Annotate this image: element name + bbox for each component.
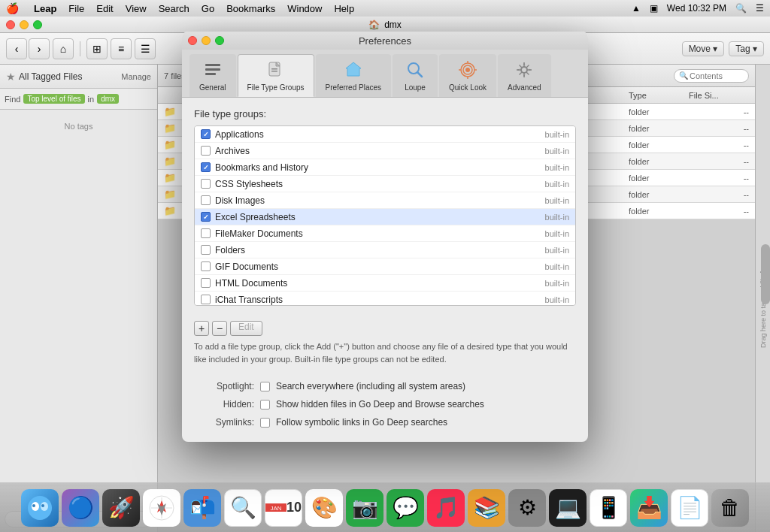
applications-checkbox[interactable]: [201, 129, 211, 139]
menu-edit[interactable]: Edit: [96, 3, 113, 14]
preferred-places-tab-icon: [341, 58, 365, 82]
ichat-checkbox[interactable]: [201, 295, 211, 304]
list-item[interactable]: HTML Documents built-in: [195, 275, 575, 292]
applications-label: Applications: [215, 129, 541, 140]
filemaker-label: FileMaker Documents: [215, 228, 541, 239]
archives-builtin: built-in: [545, 147, 569, 156]
file-type-list[interactable]: Applications built-in Archives built-in …: [194, 125, 576, 306]
menu-go[interactable]: Go: [202, 3, 214, 14]
menu-bookmarks[interactable]: Bookmarks: [226, 3, 275, 14]
loupe-tab-label: Loupe: [405, 83, 426, 92]
minimize-button[interactable]: [202, 36, 211, 45]
spotlight-setting: Spotlight: Search everywhere (including …: [194, 377, 576, 395]
hidden-checkbox[interactable]: [260, 400, 270, 410]
menu-leap[interactable]: Leap: [34, 3, 56, 14]
excel-checkbox[interactable]: [201, 212, 211, 222]
file-type-groups-tab-icon: [264, 58, 288, 82]
list-item[interactable]: Applications built-in: [195, 126, 575, 143]
file-type-groups-tab-label: File Type Groups: [247, 83, 305, 92]
list-item[interactable]: GIF Documents built-in: [195, 258, 575, 275]
menu-bar: 🍎 Leap File Edit View Search Go Bookmark…: [0, 0, 770, 17]
tab-quick-look[interactable]: Quick Look: [439, 54, 496, 97]
symlinks-setting: Symlinks: Follow symbolic links in Go De…: [194, 413, 576, 431]
list-item[interactable]: Bookmarks and History built-in: [195, 159, 575, 176]
html-checkbox[interactable]: [201, 278, 211, 288]
menu-file[interactable]: File: [68, 3, 84, 14]
hidden-label: Hidden:: [194, 399, 254, 410]
menu-help[interactable]: Help: [334, 3, 354, 14]
modal-overlay: Preferences General: [0, 17, 770, 532]
svg-line-7: [417, 72, 422, 77]
modal-titlebar: Preferences: [182, 32, 588, 50]
svg-line-22: [526, 65, 529, 68]
folders-checkbox[interactable]: [201, 245, 211, 255]
tab-file-type-groups[interactable]: File Type Groups: [238, 54, 314, 97]
quick-look-tab-label: Quick Look: [449, 83, 487, 92]
zoom-button[interactable]: [215, 36, 224, 45]
disk-images-checkbox[interactable]: [201, 195, 211, 205]
html-label: HTML Documents: [215, 278, 541, 289]
close-button[interactable]: [188, 36, 197, 45]
apple-menu[interactable]: 🍎: [6, 2, 19, 14]
svg-point-10: [465, 68, 470, 72]
gif-builtin: built-in: [545, 262, 569, 271]
archives-checkbox[interactable]: [201, 146, 211, 156]
notification-icon[interactable]: ☰: [756, 3, 764, 14]
html-builtin: built-in: [545, 279, 569, 288]
menubar-right: ▲ ▣ Wed 10:32 PM 🔍 ☰: [632, 3, 764, 14]
section-title: File type groups:: [194, 108, 576, 119]
svg-rect-2: [205, 73, 216, 75]
css-label: CSS Stylesheets: [215, 179, 541, 189]
applications-builtin: built-in: [545, 130, 569, 139]
symlinks-text: Follow symbolic links in Go Deep searche…: [276, 417, 447, 428]
svg-rect-4: [271, 68, 277, 70]
clock: Wed 10:32 PM: [667, 3, 726, 14]
quick-look-tab-icon: [456, 58, 480, 82]
list-item[interactable]: Archives built-in: [195, 143, 575, 159]
add-file-type-button[interactable]: +: [194, 321, 209, 336]
filemaker-builtin: built-in: [545, 229, 569, 238]
svg-line-20: [520, 65, 523, 68]
general-tab-label: General: [199, 83, 226, 92]
spotlight-checkbox[interactable]: [260, 382, 270, 391]
tab-loupe[interactable]: Loupe: [393, 54, 438, 97]
gif-checkbox[interactable]: [201, 261, 211, 271]
svg-rect-5: [271, 71, 277, 72]
modal-title: Preferences: [359, 35, 411, 47]
gif-label: GIF Documents: [215, 261, 541, 272]
symlinks-checkbox[interactable]: [260, 418, 270, 428]
bookmarks-builtin: built-in: [545, 163, 569, 172]
help-text: To add a file type group, click the Add …: [182, 340, 588, 373]
list-item[interactable]: FileMaker Documents built-in: [195, 225, 575, 242]
list-item[interactable]: Disk Images built-in: [195, 192, 575, 209]
advanced-tab-icon: [512, 58, 536, 82]
list-item[interactable]: Folders built-in: [195, 242, 575, 258]
tab-preferred-places[interactable]: Preferred Places: [316, 54, 391, 97]
loupe-tab-icon: [403, 58, 427, 82]
search-menubar-icon[interactable]: 🔍: [735, 3, 747, 14]
svg-line-21: [526, 72, 529, 75]
preferences-content: File type groups: Applications built-in …: [182, 98, 588, 316]
edit-file-type-button[interactable]: Edit: [230, 321, 262, 336]
svg-rect-1: [205, 68, 220, 71]
list-item[interactable]: CSS Stylesheets built-in: [195, 176, 575, 192]
menu-search[interactable]: Search: [159, 3, 189, 14]
menu-window[interactable]: Window: [287, 3, 322, 14]
preferences-tabs: General File Type Groups: [182, 50, 588, 98]
battery-icon: ▣: [650, 3, 658, 14]
disk-images-label: Disk Images: [215, 195, 541, 206]
hidden-text: Show hidden files in Go Deep and Browse …: [276, 399, 484, 410]
tab-advanced[interactable]: Advanced: [498, 54, 550, 97]
list-item[interactable]: iChat Transcripts built-in: [195, 292, 575, 306]
folders-label: Folders: [215, 245, 541, 255]
ichat-builtin: built-in: [545, 295, 569, 304]
preferences-dialog: Preferences General: [182, 32, 588, 442]
filemaker-checkbox[interactable]: [201, 228, 211, 238]
preferred-places-tab-label: Preferred Places: [326, 83, 381, 92]
menu-view[interactable]: View: [126, 3, 147, 14]
remove-file-type-button[interactable]: −: [212, 321, 227, 336]
bookmarks-checkbox[interactable]: [201, 162, 211, 172]
css-checkbox[interactable]: [201, 179, 211, 189]
list-item[interactable]: Excel Spreadsheets built-in: [195, 209, 575, 225]
tab-general[interactable]: General: [189, 54, 236, 97]
